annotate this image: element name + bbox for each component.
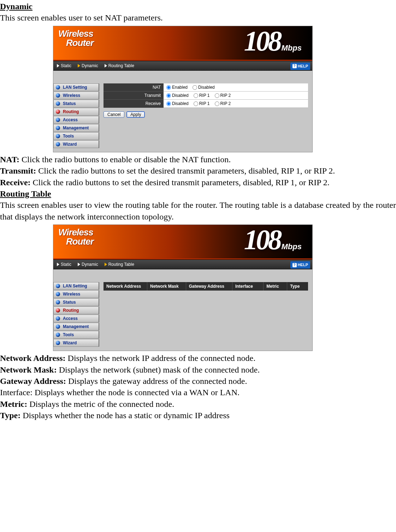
help-button[interactable]: ?HELP bbox=[290, 261, 310, 269]
bullet-icon bbox=[56, 333, 60, 337]
description-line: Network Mask: Displays the network (subn… bbox=[0, 364, 396, 375]
bullet-icon bbox=[56, 300, 60, 304]
description-line: Network Address: Displays the network IP… bbox=[0, 352, 396, 364]
sidebar-item-status[interactable]: Status bbox=[53, 298, 99, 306]
cancel-button[interactable]: Cancel bbox=[104, 111, 124, 118]
radio-option[interactable]: RIP 1 bbox=[194, 93, 210, 98]
column-header: Network Address bbox=[104, 282, 147, 291]
radio-option[interactable]: Disabled bbox=[166, 93, 189, 98]
sidebar-item-label: Status bbox=[63, 299, 76, 305]
sidebar-item-tools[interactable]: Tools bbox=[53, 132, 99, 140]
tab-routing-table[interactable]: Routing Table bbox=[105, 262, 134, 267]
radio-input[interactable] bbox=[215, 93, 219, 98]
tab-label: Dynamic bbox=[82, 63, 98, 69]
description-term: Network Address: bbox=[0, 353, 66, 363]
sidebar-item-tools[interactable]: Tools bbox=[53, 331, 99, 339]
sidebar-item-label: Access bbox=[63, 117, 78, 123]
radio-option[interactable]: Enabled bbox=[166, 85, 188, 90]
section-intro-routing-table: This screen enables user to view the rou… bbox=[0, 199, 396, 222]
tab-label: Dynamic bbox=[82, 262, 98, 267]
radio-option[interactable]: RIP 2 bbox=[215, 93, 231, 98]
tab-label: Routing Table bbox=[108, 63, 134, 69]
bullet-icon bbox=[56, 341, 60, 345]
sidebar-item-label: Routing bbox=[63, 109, 79, 115]
form-label-nat: NAT bbox=[104, 83, 164, 92]
apply-button[interactable]: Apply bbox=[126, 111, 145, 118]
sidebar-item-routing[interactable]: Routing bbox=[53, 108, 99, 116]
logo-line1: Wireless bbox=[58, 29, 94, 38]
radio-input[interactable] bbox=[166, 101, 171, 106]
router-banner: Wireless Router 108 Mbps bbox=[53, 26, 312, 61]
speed-number: 108 bbox=[244, 28, 280, 54]
sidebar-item-status[interactable]: Status bbox=[53, 100, 99, 107]
sidebar-item-lan-setting[interactable]: LAN Setting bbox=[53, 83, 99, 91]
main-area-routing-table: Network AddressNetwork MaskGateway Addre… bbox=[99, 269, 312, 351]
column-header: Network Mask bbox=[147, 282, 186, 291]
radio-option[interactable]: Disabled bbox=[193, 85, 215, 90]
help-icon: ? bbox=[292, 263, 297, 267]
bullet-icon bbox=[56, 142, 60, 146]
sidebar-item-access[interactable]: Access bbox=[53, 116, 99, 124]
radio-input[interactable] bbox=[166, 85, 171, 90]
radio-input[interactable] bbox=[215, 101, 219, 106]
speed-number: 108 bbox=[244, 227, 280, 252]
triangle-icon bbox=[105, 263, 107, 266]
description-line: NAT: Click the radio buttons to enable o… bbox=[0, 154, 396, 165]
sidebar-item-label: Wizard bbox=[63, 141, 77, 147]
radio-input[interactable] bbox=[166, 93, 171, 98]
column-header: Metric bbox=[264, 282, 287, 291]
description-term: Network Mask: bbox=[0, 365, 57, 374]
radio-input[interactable] bbox=[194, 93, 198, 98]
sidebar-item-label: LAN Setting bbox=[63, 283, 87, 289]
form-controls-transmit: DisabledRIP 1RIP 2 bbox=[164, 91, 308, 99]
tab-static[interactable]: Static bbox=[57, 262, 71, 267]
help-icon: ? bbox=[292, 64, 297, 68]
router-screenshot-routing-table: Wireless Router 108 Mbps StaticDynamicRo… bbox=[53, 224, 313, 351]
sidebar-item-label: Wireless bbox=[63, 291, 80, 297]
form-controls-receive: DisabledRIP 1RIP 2 bbox=[164, 100, 308, 108]
main-area-dynamic: NATEnabledDisabledTransmitDisabledRIP 1R… bbox=[99, 71, 312, 152]
column-header: Type bbox=[287, 282, 308, 291]
router-banner: Wireless Router 108 Mbps bbox=[53, 225, 312, 259]
tab-dynamic[interactable]: Dynamic bbox=[78, 63, 98, 69]
help-button[interactable]: ?HELP bbox=[290, 63, 310, 70]
sidebar-item-wizard[interactable]: Wizard bbox=[53, 140, 99, 148]
bullet-icon bbox=[56, 85, 60, 89]
tab-dynamic[interactable]: Dynamic bbox=[78, 262, 98, 267]
radio-option[interactable]: RIP 1 bbox=[194, 101, 210, 106]
sidebar-item-access[interactable]: Access bbox=[53, 315, 99, 322]
bullet-icon bbox=[56, 284, 60, 288]
button-row: Cancel Apply bbox=[104, 111, 308, 118]
section-intro-dynamic: This screen enables user to set NAT para… bbox=[0, 12, 396, 23]
sidebar-item-management[interactable]: Management bbox=[53, 124, 99, 132]
radio-option[interactable]: RIP 2 bbox=[215, 101, 231, 106]
radio-input[interactable] bbox=[193, 85, 197, 90]
bullet-icon bbox=[56, 316, 60, 321]
radio-option[interactable]: Disabled bbox=[166, 101, 189, 106]
sidebar-item-wireless[interactable]: Wireless bbox=[53, 92, 99, 99]
sidebar-item-wizard[interactable]: Wizard bbox=[53, 339, 99, 347]
sidebar-item-label: Management bbox=[63, 324, 89, 329]
speed-badge: 108 Mbps bbox=[244, 227, 302, 252]
tab-routing-table[interactable]: Routing Table bbox=[105, 63, 134, 69]
sidebar-item-routing[interactable]: Routing bbox=[53, 306, 99, 314]
sidebar-item-label: LAN Setting bbox=[63, 84, 87, 90]
help-label: HELP bbox=[298, 262, 308, 268]
sidebar-item-management[interactable]: Management bbox=[53, 323, 99, 331]
logo-line1: Wireless bbox=[58, 228, 94, 237]
section-heading-dynamic: Dynamic bbox=[0, 1, 396, 12]
description-block-dynamic: NAT: Click the radio buttons to enable o… bbox=[0, 154, 396, 188]
logo-line2: Router bbox=[66, 38, 94, 47]
bullet-icon bbox=[56, 308, 60, 312]
bullet-icon bbox=[56, 118, 60, 122]
tab-static[interactable]: Static bbox=[57, 63, 71, 69]
sidebar-item-wireless[interactable]: Wireless bbox=[53, 290, 99, 298]
sidebar-item-lan-setting[interactable]: LAN Setting bbox=[53, 282, 99, 290]
tab-label: Static bbox=[61, 262, 71, 267]
triangle-icon bbox=[57, 263, 59, 266]
radio-input[interactable] bbox=[194, 101, 198, 106]
triangle-icon bbox=[57, 64, 59, 68]
speed-unit: Mbps bbox=[282, 241, 302, 252]
bullet-icon bbox=[56, 325, 60, 329]
description-term: Receive: bbox=[0, 178, 31, 187]
